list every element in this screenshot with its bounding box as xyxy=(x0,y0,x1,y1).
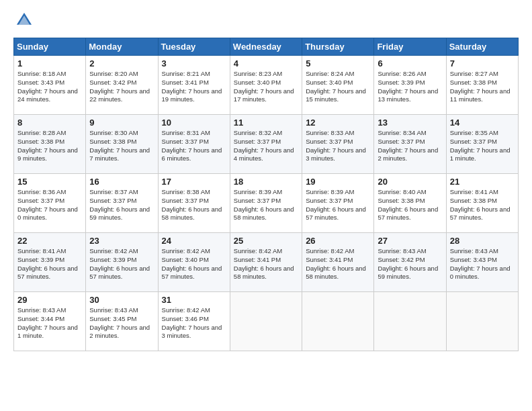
week-row-4: 22Sunrise: 8:41 AMSunset: 3:39 PMDayligh… xyxy=(14,233,519,292)
day-number: 12 xyxy=(306,118,370,128)
col-header-tuesday: Tuesday xyxy=(158,38,230,56)
day-number: 20 xyxy=(378,177,442,187)
day-number: 7 xyxy=(450,58,515,68)
day-number: 3 xyxy=(162,58,226,68)
cell-info: Sunrise: 8:43 AMSunset: 3:45 PMDaylight:… xyxy=(89,306,150,339)
calendar-cell: 7Sunrise: 8:27 AMSunset: 3:38 PMDaylight… xyxy=(446,56,518,115)
calendar-cell: 4Sunrise: 8:23 AMSunset: 3:40 PMDaylight… xyxy=(230,56,302,115)
cell-info: Sunrise: 8:43 AMSunset: 3:42 PMDaylight:… xyxy=(378,247,438,280)
cell-info: Sunrise: 8:42 AMSunset: 3:39 PMDaylight:… xyxy=(89,247,150,280)
cell-info: Sunrise: 8:36 AMSunset: 3:37 PMDaylight:… xyxy=(17,188,78,221)
calendar-cell: 27Sunrise: 8:43 AMSunset: 3:42 PMDayligh… xyxy=(374,233,446,292)
cell-info: Sunrise: 8:39 AMSunset: 3:37 PMDaylight:… xyxy=(234,188,294,221)
calendar-table: SundayMondayTuesdayWednesdayThursdayFrid… xyxy=(13,38,519,351)
cell-info: Sunrise: 8:43 AMSunset: 3:44 PMDaylight:… xyxy=(17,306,78,339)
day-number: 30 xyxy=(89,295,154,305)
cell-info: Sunrise: 8:23 AMSunset: 3:40 PMDaylight:… xyxy=(234,70,294,103)
header-row: SundayMondayTuesdayWednesdayThursdayFrid… xyxy=(14,38,519,56)
calendar-cell: 19Sunrise: 8:39 AMSunset: 3:37 PMDayligh… xyxy=(302,174,374,233)
day-number: 4 xyxy=(234,58,298,68)
cell-info: Sunrise: 8:24 AMSunset: 3:40 PMDaylight:… xyxy=(306,70,366,103)
calendar-body: 1Sunrise: 8:18 AMSunset: 3:43 PMDaylight… xyxy=(14,56,519,351)
day-number: 23 xyxy=(89,236,154,246)
calendar-cell: 22Sunrise: 8:41 AMSunset: 3:39 PMDayligh… xyxy=(14,233,86,292)
day-number: 29 xyxy=(17,295,82,305)
cell-info: Sunrise: 8:37 AMSunset: 3:37 PMDaylight:… xyxy=(89,188,150,221)
day-number: 17 xyxy=(162,177,226,187)
calendar-cell: 8Sunrise: 8:28 AMSunset: 3:38 PMDaylight… xyxy=(14,115,86,174)
calendar-cell: 17Sunrise: 8:38 AMSunset: 3:37 PMDayligh… xyxy=(158,174,230,233)
cell-info: Sunrise: 8:31 AMSunset: 3:37 PMDaylight:… xyxy=(162,129,222,162)
calendar-cell: 18Sunrise: 8:39 AMSunset: 3:37 PMDayligh… xyxy=(230,174,302,233)
calendar-cell: 3Sunrise: 8:21 AMSunset: 3:41 PMDaylight… xyxy=(158,56,230,115)
calendar-cell: 29Sunrise: 8:43 AMSunset: 3:44 PMDayligh… xyxy=(14,292,86,351)
calendar-cell: 12Sunrise: 8:33 AMSunset: 3:37 PMDayligh… xyxy=(302,115,374,174)
cell-info: Sunrise: 8:27 AMSunset: 3:38 PMDaylight:… xyxy=(450,70,511,103)
calendar-cell: 26Sunrise: 8:42 AMSunset: 3:41 PMDayligh… xyxy=(302,233,374,292)
calendar-cell xyxy=(374,292,446,351)
calendar-cell: 10Sunrise: 8:31 AMSunset: 3:37 PMDayligh… xyxy=(158,115,230,174)
cell-info: Sunrise: 8:20 AMSunset: 3:42 PMDaylight:… xyxy=(89,70,150,103)
day-number: 11 xyxy=(234,118,298,128)
cell-info: Sunrise: 8:21 AMSunset: 3:41 PMDaylight:… xyxy=(162,70,222,103)
cell-info: Sunrise: 8:41 AMSunset: 3:39 PMDaylight:… xyxy=(17,247,78,280)
cell-info: Sunrise: 8:42 AMSunset: 3:46 PMDaylight:… xyxy=(162,306,222,339)
week-row-2: 8Sunrise: 8:28 AMSunset: 3:38 PMDaylight… xyxy=(14,115,519,174)
day-number: 25 xyxy=(234,236,298,246)
day-number: 8 xyxy=(17,118,82,128)
logo xyxy=(13,11,34,32)
page: SundayMondayTuesdayWednesdayThursdayFrid… xyxy=(0,0,532,411)
cell-info: Sunrise: 8:26 AMSunset: 3:39 PMDaylight:… xyxy=(378,70,438,103)
day-number: 24 xyxy=(162,236,226,246)
col-header-monday: Monday xyxy=(86,38,158,56)
calendar-cell: 1Sunrise: 8:18 AMSunset: 3:43 PMDaylight… xyxy=(14,56,86,115)
cell-info: Sunrise: 8:32 AMSunset: 3:37 PMDaylight:… xyxy=(234,129,294,162)
day-number: 13 xyxy=(378,118,442,128)
calendar-cell: 21Sunrise: 8:41 AMSunset: 3:38 PMDayligh… xyxy=(446,174,518,233)
calendar-cell: 20Sunrise: 8:40 AMSunset: 3:38 PMDayligh… xyxy=(374,174,446,233)
cell-info: Sunrise: 8:34 AMSunset: 3:37 PMDaylight:… xyxy=(378,129,438,162)
cell-info: Sunrise: 8:39 AMSunset: 3:37 PMDaylight:… xyxy=(306,188,366,221)
day-number: 16 xyxy=(89,177,154,187)
cell-info: Sunrise: 8:42 AMSunset: 3:41 PMDaylight:… xyxy=(234,247,294,280)
calendar-header: SundayMondayTuesdayWednesdayThursdayFrid… xyxy=(14,38,519,56)
day-number: 28 xyxy=(450,236,515,246)
calendar-cell: 2Sunrise: 8:20 AMSunset: 3:42 PMDaylight… xyxy=(86,56,158,115)
week-row-3: 15Sunrise: 8:36 AMSunset: 3:37 PMDayligh… xyxy=(14,174,519,233)
col-header-thursday: Thursday xyxy=(302,38,374,56)
calendar-cell: 9Sunrise: 8:30 AMSunset: 3:38 PMDaylight… xyxy=(86,115,158,174)
logo-icon xyxy=(15,11,34,30)
calendar-cell xyxy=(446,292,518,351)
col-header-sunday: Sunday xyxy=(14,38,86,56)
calendar-cell: 15Sunrise: 8:36 AMSunset: 3:37 PMDayligh… xyxy=(14,174,86,233)
calendar-cell: 5Sunrise: 8:24 AMSunset: 3:40 PMDaylight… xyxy=(302,56,374,115)
cell-info: Sunrise: 8:42 AMSunset: 3:41 PMDaylight:… xyxy=(306,247,366,280)
calendar-cell: 14Sunrise: 8:35 AMSunset: 3:37 PMDayligh… xyxy=(446,115,518,174)
cell-info: Sunrise: 8:28 AMSunset: 3:38 PMDaylight:… xyxy=(17,129,78,162)
col-header-wednesday: Wednesday xyxy=(230,38,302,56)
col-header-saturday: Saturday xyxy=(446,38,518,56)
cell-info: Sunrise: 8:35 AMSunset: 3:37 PMDaylight:… xyxy=(450,129,511,162)
calendar-cell: 30Sunrise: 8:43 AMSunset: 3:45 PMDayligh… xyxy=(86,292,158,351)
cell-info: Sunrise: 8:18 AMSunset: 3:43 PMDaylight:… xyxy=(17,70,78,103)
cell-info: Sunrise: 8:43 AMSunset: 3:43 PMDaylight:… xyxy=(450,247,511,280)
day-number: 19 xyxy=(306,177,370,187)
day-number: 2 xyxy=(89,58,154,68)
calendar-cell xyxy=(302,292,374,351)
calendar-cell: 13Sunrise: 8:34 AMSunset: 3:37 PMDayligh… xyxy=(374,115,446,174)
calendar-cell: 24Sunrise: 8:42 AMSunset: 3:40 PMDayligh… xyxy=(158,233,230,292)
day-number: 9 xyxy=(89,118,154,128)
cell-info: Sunrise: 8:41 AMSunset: 3:38 PMDaylight:… xyxy=(450,188,511,221)
cell-info: Sunrise: 8:42 AMSunset: 3:40 PMDaylight:… xyxy=(162,247,222,280)
calendar-cell: 28Sunrise: 8:43 AMSunset: 3:43 PMDayligh… xyxy=(446,233,518,292)
day-number: 27 xyxy=(378,236,442,246)
calendar-cell xyxy=(230,292,302,351)
day-number: 6 xyxy=(378,58,442,68)
calendar-cell: 6Sunrise: 8:26 AMSunset: 3:39 PMDaylight… xyxy=(374,56,446,115)
calendar-cell: 23Sunrise: 8:42 AMSunset: 3:39 PMDayligh… xyxy=(86,233,158,292)
day-number: 5 xyxy=(306,58,370,68)
calendar-cell: 16Sunrise: 8:37 AMSunset: 3:37 PMDayligh… xyxy=(86,174,158,233)
week-row-5: 29Sunrise: 8:43 AMSunset: 3:44 PMDayligh… xyxy=(14,292,519,351)
cell-info: Sunrise: 8:30 AMSunset: 3:38 PMDaylight:… xyxy=(89,129,150,162)
week-row-1: 1Sunrise: 8:18 AMSunset: 3:43 PMDaylight… xyxy=(14,56,519,115)
